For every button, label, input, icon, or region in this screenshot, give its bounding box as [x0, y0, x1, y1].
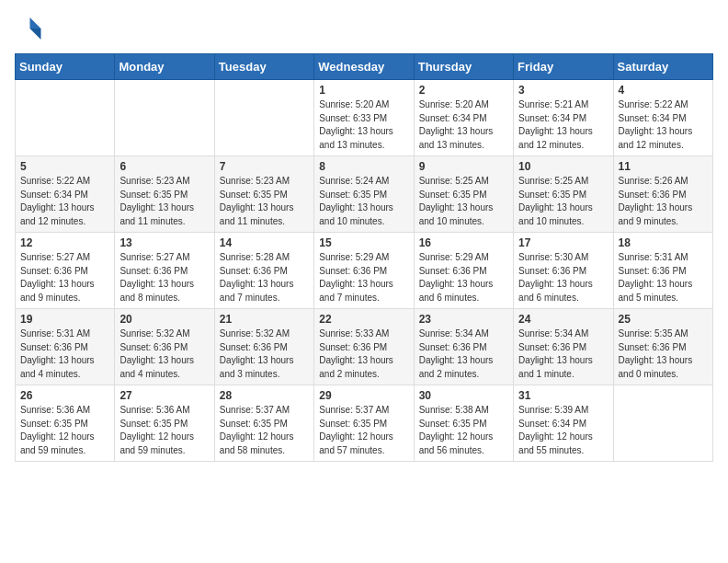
day-info: Sunrise: 5:21 AM Sunset: 6:34 PM Dayligh… — [518, 98, 608, 152]
day-number: 7 — [220, 160, 309, 173]
day-info: Sunrise: 5:29 AM Sunset: 6:36 PM Dayligh… — [419, 251, 508, 304]
day-number: 24 — [518, 313, 608, 326]
day-number: 1 — [319, 84, 408, 97]
calendar-cell: 16Sunrise: 5:29 AM Sunset: 6:36 PM Dayli… — [414, 233, 513, 309]
calendar-cell: 20Sunrise: 5:32 AM Sunset: 6:36 PM Dayli… — [115, 309, 214, 385]
calendar-cell: 6Sunrise: 5:23 AM Sunset: 6:35 PM Daylig… — [115, 156, 214, 233]
calendar-cell: 25Sunrise: 5:35 AM Sunset: 6:36 PM Dayli… — [613, 309, 712, 385]
calendar-cell: 15Sunrise: 5:29 AM Sunset: 6:36 PM Dayli… — [314, 233, 414, 309]
calendar-cell: 26Sunrise: 5:36 AM Sunset: 6:35 PM Dayli… — [16, 385, 115, 462]
day-info: Sunrise: 5:23 AM Sunset: 6:35 PM Dayligh… — [119, 175, 209, 228]
calendar-cell: 18Sunrise: 5:31 AM Sunset: 6:36 PM Dayli… — [613, 233, 712, 309]
day-number: 12 — [20, 236, 109, 249]
day-info: Sunrise: 5:25 AM Sunset: 6:35 PM Dayligh… — [419, 175, 508, 228]
week-row-4: 19Sunrise: 5:31 AM Sunset: 6:36 PM Dayli… — [16, 309, 713, 385]
calendar-header-row: SundayMondayTuesdayWednesdayThursdayFrid… — [16, 54, 713, 80]
col-header-friday: Friday — [514, 54, 613, 80]
calendar-cell: 7Sunrise: 5:23 AM Sunset: 6:35 PM Daylig… — [214, 156, 313, 233]
calendar-cell — [16, 80, 115, 156]
day-info: Sunrise: 5:32 AM Sunset: 6:36 PM Dayligh… — [220, 327, 309, 381]
day-info: Sunrise: 5:31 AM Sunset: 6:36 PM Dayligh… — [619, 251, 708, 304]
day-info: Sunrise: 5:38 AM Sunset: 6:35 PM Dayligh… — [419, 404, 508, 457]
day-number: 10 — [518, 160, 608, 173]
calendar-cell — [115, 80, 214, 156]
calendar-cell: 5Sunrise: 5:22 AM Sunset: 6:34 PM Daylig… — [16, 156, 115, 233]
svg-marker-1 — [30, 29, 41, 40]
day-number: 9 — [419, 160, 508, 173]
col-header-wednesday: Wednesday — [314, 54, 414, 80]
calendar-cell: 8Sunrise: 5:24 AM Sunset: 6:35 PM Daylig… — [314, 156, 414, 233]
day-info: Sunrise: 5:39 AM Sunset: 6:34 PM Dayligh… — [518, 404, 608, 457]
day-number: 25 — [619, 313, 708, 326]
calendar-cell: 3Sunrise: 5:21 AM Sunset: 6:34 PM Daylig… — [514, 80, 613, 156]
day-info: Sunrise: 5:32 AM Sunset: 6:36 PM Dayligh… — [119, 327, 209, 381]
day-info: Sunrise: 5:29 AM Sunset: 6:36 PM Dayligh… — [319, 251, 408, 304]
calendar-cell: 13Sunrise: 5:27 AM Sunset: 6:36 PM Dayli… — [115, 233, 214, 309]
day-number: 31 — [518, 389, 608, 402]
day-number: 14 — [220, 236, 309, 249]
col-header-tuesday: Tuesday — [214, 54, 313, 80]
calendar-table: SundayMondayTuesdayWednesdayThursdayFrid… — [15, 53, 713, 462]
day-number: 28 — [220, 389, 309, 402]
day-info: Sunrise: 5:20 AM Sunset: 6:34 PM Dayligh… — [419, 98, 508, 152]
calendar-cell: 12Sunrise: 5:27 AM Sunset: 6:36 PM Dayli… — [16, 233, 115, 309]
day-info: Sunrise: 5:36 AM Sunset: 6:35 PM Dayligh… — [20, 404, 109, 457]
day-number: 3 — [518, 84, 608, 97]
day-number: 18 — [619, 236, 708, 249]
calendar-cell: 2Sunrise: 5:20 AM Sunset: 6:34 PM Daylig… — [414, 80, 513, 156]
col-header-thursday: Thursday — [414, 54, 513, 80]
day-info: Sunrise: 5:27 AM Sunset: 6:36 PM Dayligh… — [20, 251, 109, 304]
day-info: Sunrise: 5:34 AM Sunset: 6:36 PM Dayligh… — [419, 327, 508, 381]
calendar-cell: 22Sunrise: 5:33 AM Sunset: 6:36 PM Dayli… — [314, 309, 414, 385]
day-number: 15 — [319, 236, 408, 249]
calendar-cell: 11Sunrise: 5:26 AM Sunset: 6:36 PM Dayli… — [613, 156, 712, 233]
week-row-5: 26Sunrise: 5:36 AM Sunset: 6:35 PM Dayli… — [16, 385, 713, 462]
day-info: Sunrise: 5:22 AM Sunset: 6:34 PM Dayligh… — [20, 175, 109, 228]
day-number: 29 — [319, 389, 408, 402]
col-header-saturday: Saturday — [613, 54, 712, 80]
day-info: Sunrise: 5:20 AM Sunset: 6:33 PM Dayligh… — [319, 98, 408, 152]
day-info: Sunrise: 5:31 AM Sunset: 6:36 PM Dayligh… — [20, 327, 109, 381]
week-row-2: 5Sunrise: 5:22 AM Sunset: 6:34 PM Daylig… — [16, 156, 713, 233]
day-number: 19 — [20, 313, 109, 326]
calendar-cell: 10Sunrise: 5:25 AM Sunset: 6:35 PM Dayli… — [514, 156, 613, 233]
day-info: Sunrise: 5:36 AM Sunset: 6:35 PM Dayligh… — [119, 404, 209, 457]
day-info: Sunrise: 5:35 AM Sunset: 6:36 PM Dayligh… — [619, 327, 708, 381]
calendar-cell: 27Sunrise: 5:36 AM Sunset: 6:35 PM Dayli… — [115, 385, 214, 462]
calendar-cell: 29Sunrise: 5:37 AM Sunset: 6:35 PM Dayli… — [314, 385, 414, 462]
col-header-monday: Monday — [115, 54, 214, 80]
week-row-1: 1Sunrise: 5:20 AM Sunset: 6:33 PM Daylig… — [16, 80, 713, 156]
calendar-cell: 30Sunrise: 5:38 AM Sunset: 6:35 PM Dayli… — [414, 385, 513, 462]
calendar-cell — [613, 385, 712, 462]
calendar-cell: 1Sunrise: 5:20 AM Sunset: 6:33 PM Daylig… — [314, 80, 414, 156]
page-header — [15, 15, 713, 42]
day-number: 6 — [119, 160, 209, 173]
day-number: 13 — [119, 236, 209, 249]
col-header-sunday: Sunday — [16, 54, 115, 80]
day-info: Sunrise: 5:24 AM Sunset: 6:35 PM Dayligh… — [319, 175, 408, 228]
day-info: Sunrise: 5:28 AM Sunset: 6:36 PM Dayligh… — [220, 251, 309, 304]
day-info: Sunrise: 5:23 AM Sunset: 6:35 PM Dayligh… — [220, 175, 309, 228]
day-info: Sunrise: 5:30 AM Sunset: 6:36 PM Dayligh… — [518, 251, 608, 304]
calendar-cell: 17Sunrise: 5:30 AM Sunset: 6:36 PM Dayli… — [514, 233, 613, 309]
calendar-cell: 14Sunrise: 5:28 AM Sunset: 6:36 PM Dayli… — [214, 233, 313, 309]
week-row-3: 12Sunrise: 5:27 AM Sunset: 6:36 PM Dayli… — [16, 233, 713, 309]
day-number: 23 — [419, 313, 508, 326]
day-number: 30 — [419, 389, 508, 402]
day-number: 8 — [319, 160, 408, 173]
day-number: 26 — [20, 389, 109, 402]
day-info: Sunrise: 5:37 AM Sunset: 6:35 PM Dayligh… — [319, 404, 408, 457]
calendar-cell: 28Sunrise: 5:37 AM Sunset: 6:35 PM Dayli… — [214, 385, 313, 462]
day-number: 21 — [220, 313, 309, 326]
logo — [15, 15, 46, 42]
day-info: Sunrise: 5:22 AM Sunset: 6:34 PM Dayligh… — [619, 98, 708, 152]
calendar-cell: 4Sunrise: 5:22 AM Sunset: 6:34 PM Daylig… — [613, 80, 712, 156]
day-info: Sunrise: 5:25 AM Sunset: 6:35 PM Dayligh… — [518, 175, 608, 228]
calendar-cell — [214, 80, 313, 156]
day-number: 4 — [619, 84, 708, 97]
day-info: Sunrise: 5:37 AM Sunset: 6:35 PM Dayligh… — [220, 404, 309, 457]
calendar-cell: 21Sunrise: 5:32 AM Sunset: 6:36 PM Dayli… — [214, 309, 313, 385]
day-number: 2 — [419, 84, 508, 97]
svg-marker-0 — [30, 17, 41, 29]
day-info: Sunrise: 5:26 AM Sunset: 6:36 PM Dayligh… — [619, 175, 708, 228]
